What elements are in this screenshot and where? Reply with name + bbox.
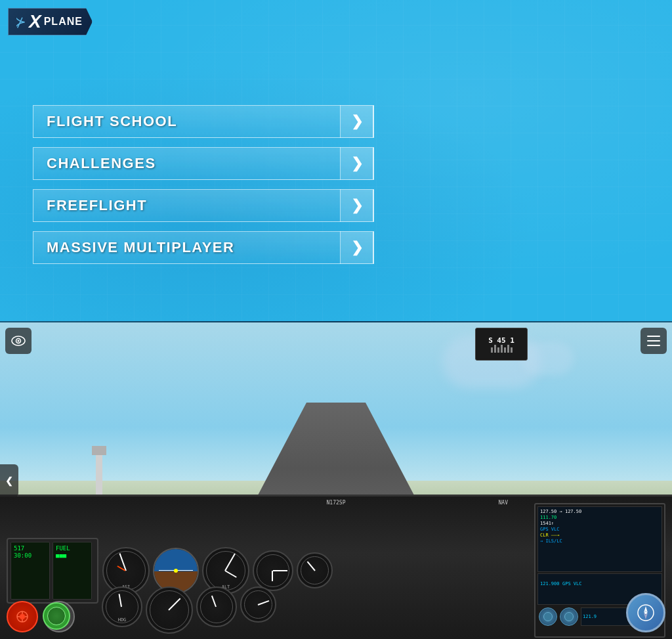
gps-knob-1[interactable] xyxy=(539,607,557,626)
chevron-right-icon-4: ❯ xyxy=(351,240,363,255)
multiplayer-button[interactable]: MASSIVE MULTIPLAYER ❯ xyxy=(33,231,374,264)
sim-dashboard: N172SP NAV 517 30:00 FUEL ■■■ xyxy=(0,495,672,639)
turn-coordinator xyxy=(196,586,237,627)
engine-start-button[interactable] xyxy=(7,601,38,632)
multiplayer-label: MASSIVE MULTIPLAYER xyxy=(47,239,234,256)
chevron-right-icon: ❯ xyxy=(351,114,363,129)
tick-5 xyxy=(504,347,506,353)
compass-gauge xyxy=(240,586,276,623)
gps-line-4: GPS VLC xyxy=(540,527,660,532)
flight-school-arrow: ❯ xyxy=(340,105,373,138)
gps-knob-2[interactable] xyxy=(560,607,578,626)
digital-line1: 517 xyxy=(14,545,47,553)
logo-plane-text: PLANE xyxy=(44,16,83,28)
tick-7 xyxy=(511,347,513,353)
menu-section: ⊁ X PLANE FLIGHT SCHOOL ❯ CHALLENGES ❯ F… xyxy=(0,0,672,321)
heading-label: HDG xyxy=(118,617,127,623)
svg-point-2 xyxy=(18,340,20,342)
clock-needle-1 xyxy=(273,570,287,571)
digital-line2: 30:00 xyxy=(14,552,47,560)
cockpit-compass: S 45 1 xyxy=(475,328,528,361)
hamburger-line-2 xyxy=(647,340,660,342)
svg-point-4 xyxy=(20,614,25,619)
tick-2 xyxy=(494,345,496,353)
logo-x: X xyxy=(29,12,41,31)
green-circle-button[interactable] xyxy=(43,602,70,630)
tick-6 xyxy=(507,345,509,353)
svg-point-12 xyxy=(644,611,647,614)
radio-line-1: 121.900 xyxy=(540,581,560,586)
gps-line-5: CLR ——→ xyxy=(540,533,660,538)
freeflight-button[interactable]: FREEFLIGHT ❯ xyxy=(33,189,374,222)
green-btn-inner xyxy=(47,607,66,625)
multiplayer-arrow: ❯ xyxy=(340,231,373,264)
heading-indicator: HDG xyxy=(102,586,142,627)
gps-knob-inner-2 xyxy=(564,612,574,621)
instrument-row: 517 30:00 FUEL ■■■ xyxy=(0,496,672,638)
hamburger-menu-button[interactable] xyxy=(640,328,667,354)
main-container: ⊁ X PLANE FLIGHT SCHOOL ❯ CHALLENGES ❯ F… xyxy=(0,0,672,639)
nav-label: NAV xyxy=(499,500,508,506)
fuel-screen: FUEL ■■■ xyxy=(53,542,91,599)
left-arrow-button[interactable]: ❮ xyxy=(0,464,18,497)
challenges-arrow: ❯ xyxy=(340,147,373,180)
logo-box: ⊁ X PLANE xyxy=(8,8,93,35)
compass-navigation-icon xyxy=(636,603,656,623)
gps-line-2: 111.70 xyxy=(540,515,660,520)
bottom-gauges-row: HDG xyxy=(102,586,276,634)
eye-icon xyxy=(11,336,26,346)
tick-1 xyxy=(491,347,493,353)
sim-section: N172SP NAV 517 30:00 FUEL ■■■ xyxy=(0,322,672,639)
gps-line-3: 1541↑ xyxy=(540,521,660,526)
clock-gauge xyxy=(253,550,293,591)
gps-line-1: 127.50 → 127.50 xyxy=(540,509,660,514)
radio-line-2: GPS VLC xyxy=(562,581,582,586)
control-tower xyxy=(92,446,106,495)
chevron-right-icon-2: ❯ xyxy=(351,156,363,171)
tick-4 xyxy=(501,345,503,353)
tick-3 xyxy=(497,347,499,353)
left-instrument-panel: 517 30:00 FUEL ■■■ xyxy=(7,538,98,604)
challenges-button[interactable]: CHALLENGES ❯ xyxy=(33,147,374,180)
flight-school-button[interactable]: FLIGHT SCHOOL ❯ xyxy=(33,105,374,138)
compass-heading: S 45 1 xyxy=(488,336,514,345)
fuel-gauge: FUEL ■■■ xyxy=(52,542,92,600)
tower-top xyxy=(92,446,106,455)
freeflight-arrow: ❯ xyxy=(340,189,373,222)
tower-body xyxy=(96,455,102,495)
gps-line-6: → ILS/LC xyxy=(540,539,660,544)
vsi-gauge xyxy=(297,552,333,588)
navigation-button[interactable] xyxy=(626,593,665,632)
logo-wings-icon: ⊁ xyxy=(15,15,26,28)
hamburger-line-3 xyxy=(647,345,660,346)
attitude-center-dot xyxy=(174,569,178,573)
flight-school-label: FLIGHT SCHOOL xyxy=(47,113,177,130)
hamburger-line-1 xyxy=(647,336,660,337)
chevron-right-icon-3: ❯ xyxy=(351,198,363,213)
eye-button[interactable] xyxy=(5,328,32,354)
aircraft-registration: N172SP xyxy=(327,500,346,506)
engine-icon xyxy=(14,609,30,625)
compass-ticks-row xyxy=(491,345,513,353)
menu-buttons: FLIGHT SCHOOL ❯ CHALLENGES ❯ FREEFLIGHT … xyxy=(33,105,374,264)
clock-needle-2 xyxy=(272,571,273,581)
fuel-text: FUEL xyxy=(56,545,89,553)
sim-clouds-2 xyxy=(521,342,574,375)
digital-screen: 517 30:00 xyxy=(11,542,49,599)
tc-markings xyxy=(200,590,233,623)
freeflight-label: FREEFLIGHT xyxy=(47,197,147,214)
left-chevron-icon: ❮ xyxy=(5,475,13,486)
vor-gauge xyxy=(146,586,193,634)
challenges-label: CHALLENGES xyxy=(47,155,156,172)
digital-display-gauge: 517 30:00 xyxy=(10,542,50,600)
gps-knob-inner-1 xyxy=(543,612,553,621)
fuel-value: ■■■ xyxy=(56,552,89,560)
gps-screen: 127.50 → 127.50 111.70 1541↑ GPS VLC CLR… xyxy=(537,506,662,572)
logo-area: ⊁ X PLANE xyxy=(8,8,93,35)
gps-small-text: 121.9 xyxy=(583,614,597,619)
